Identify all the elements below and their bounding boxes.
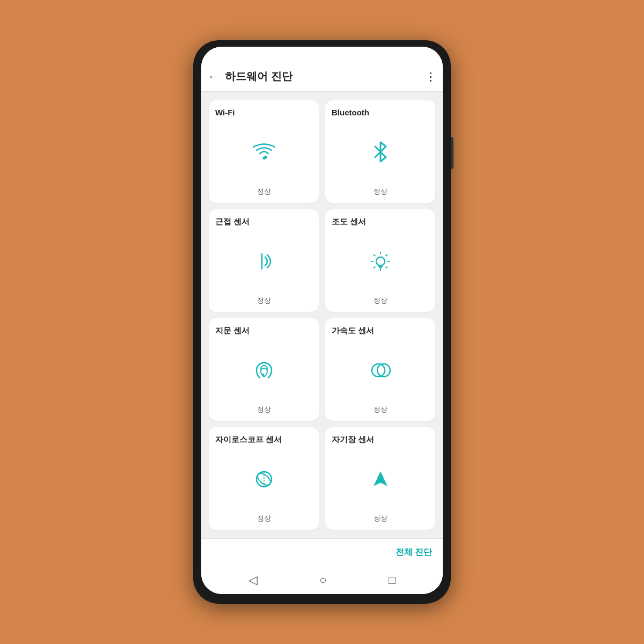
bluetooth-card[interactable]: Bluetooth 정상 (325, 100, 435, 203)
fingerprint-card[interactable]: 지문 센서 정상 (209, 318, 319, 421)
accelerometer-icon (368, 357, 393, 383)
phone-screen: ← 하드웨어 진단 ⋮ Wi-Fi (201, 47, 443, 594)
fingerprint-status: 정상 (215, 405, 312, 414)
gyroscope-icon (251, 466, 277, 492)
gyroscope-icon-area (215, 447, 312, 511)
row-1: Wi-Fi 정상 Bluetooth (209, 100, 435, 203)
nav-back-button[interactable]: ◁ (248, 573, 258, 587)
fingerprint-icon (251, 357, 277, 383)
svg-line-11 (386, 255, 387, 256)
bluetooth-icon (368, 139, 393, 165)
proximity-icon (251, 248, 277, 274)
accelerometer-card[interactable]: 가속도 센서 정상 (325, 318, 435, 421)
back-button[interactable]: ← (208, 71, 219, 83)
magnetic-title: 자기장 센서 (332, 435, 374, 445)
svg-point-0 (262, 157, 265, 160)
gyroscope-card[interactable]: 자이로스코프 센서 정상 (209, 427, 319, 530)
nav-home-button[interactable]: ○ (319, 573, 326, 587)
bottom-action-bar: 전체 진단 (201, 538, 443, 566)
content-area: Wi-Fi 정상 Bluetooth (201, 92, 443, 538)
magnetic-icon-area (332, 447, 429, 511)
navigation-bar: ◁ ○ □ (201, 566, 443, 594)
light-title: 조도 센서 (332, 217, 366, 227)
wifi-title: Wi-Fi (215, 108, 235, 117)
svg-line-9 (374, 255, 375, 256)
magnetic-card[interactable]: 자기장 센서 정상 (325, 427, 435, 530)
svg-point-2 (376, 257, 385, 266)
row-4: 자이로스코프 센서 정상 자기장 센서 (209, 427, 435, 530)
status-bar (201, 47, 443, 62)
wifi-status: 정상 (215, 187, 312, 196)
nav-recent-button[interactable]: □ (389, 573, 396, 587)
light-card[interactable]: 조도 센서 (325, 209, 435, 312)
bluetooth-title: Bluetooth (332, 108, 369, 117)
accelerometer-status: 정상 (332, 405, 429, 414)
svg-point-16 (255, 471, 273, 487)
proximity-icon-area (215, 229, 312, 294)
bluetooth-icon-area (332, 119, 429, 185)
fingerprint-icon-area (215, 338, 312, 402)
accelerometer-icon-area (332, 338, 429, 402)
wifi-icon (251, 139, 277, 165)
light-icon (368, 248, 393, 274)
magnetic-status: 정상 (332, 514, 429, 523)
full-diagnosis-button[interactable]: 전체 진단 (396, 547, 432, 558)
phone-device: ← 하드웨어 진단 ⋮ Wi-Fi (193, 40, 451, 604)
magnetic-icon (368, 466, 393, 492)
svg-line-10 (386, 267, 387, 268)
row-2: 근접 센서 정상 조도 센서 (209, 209, 435, 312)
accelerometer-title: 가속도 센서 (332, 326, 374, 336)
wifi-card[interactable]: Wi-Fi 정상 (209, 100, 319, 203)
light-status: 정상 (332, 296, 429, 305)
fingerprint-title: 지문 센서 (215, 326, 250, 336)
page-title: 하드웨어 진단 (225, 69, 425, 84)
row-3: 지문 센서 정상 가속도 센서 (209, 318, 435, 421)
proximity-title: 근접 센서 (215, 217, 250, 227)
proximity-card[interactable]: 근접 센서 정상 (209, 209, 319, 312)
svg-marker-18 (374, 472, 387, 486)
more-button[interactable]: ⋮ (425, 70, 436, 83)
light-icon-area (332, 229, 429, 294)
gyroscope-status: 정상 (215, 514, 312, 523)
gyroscope-title: 자이로스코프 센서 (215, 435, 282, 445)
bluetooth-status: 정상 (332, 187, 429, 196)
header: ← 하드웨어 진단 ⋮ (201, 62, 443, 92)
svg-line-12 (374, 267, 375, 268)
proximity-status: 정상 (215, 296, 312, 305)
wifi-icon-area (215, 119, 312, 185)
